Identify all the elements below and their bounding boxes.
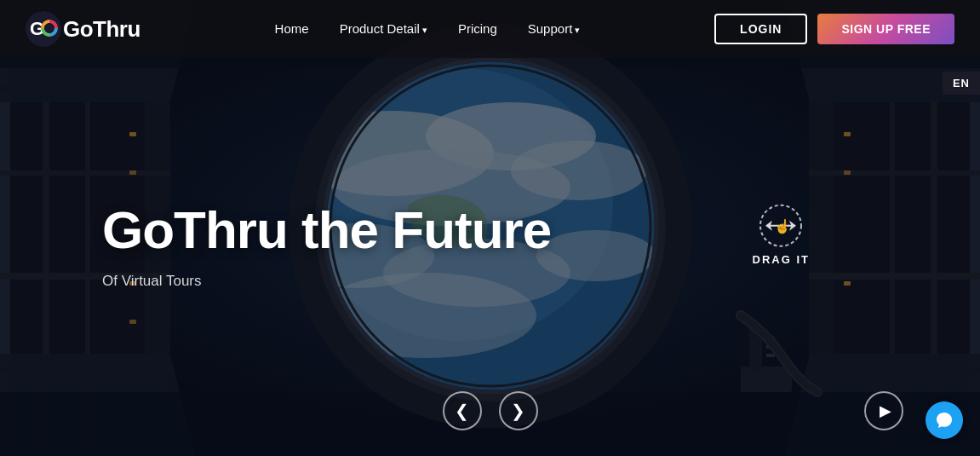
drag-label: DRAG IT	[753, 252, 810, 265]
play-button[interactable]: ▶	[864, 391, 903, 430]
nav-link-product[interactable]: Product Detail	[340, 21, 427, 36]
play-icon: ▶	[880, 401, 891, 420]
prev-arrow-button[interactable]: ❮	[443, 391, 482, 430]
nav-links: Home Product Detail Pricing Support	[275, 21, 581, 37]
hero-title: GoThru the Future	[102, 200, 551, 258]
navbar: G GoThru Home Product Detail	[0, 0, 980, 58]
logo[interactable]: G GoThru	[26, 11, 140, 47]
nav-item-support[interactable]: Support	[528, 21, 581, 37]
hero-section: G GoThru Home Product Detail	[0, 0, 980, 456]
next-arrow-icon: ❯	[511, 401, 525, 421]
signup-button[interactable]: SIGN UP FREE	[817, 14, 954, 44]
hero-content: GoThru the Future Of Virtual Tours	[102, 200, 551, 289]
nav-link-support[interactable]: Support	[528, 21, 581, 36]
drag-indicator: ☝ DRAG IT	[753, 203, 810, 265]
nav-item-product[interactable]: Product Detail	[340, 21, 427, 37]
nav-actions: LOGIN SIGN UP FREE	[714, 14, 954, 44]
nav-item-pricing[interactable]: Pricing	[458, 21, 497, 37]
logo-text: GoThru	[63, 16, 140, 43]
nav-link-pricing[interactable]: Pricing	[458, 21, 497, 36]
prev-arrow-icon: ❮	[455, 401, 469, 421]
svg-text:☝: ☝	[774, 217, 791, 234]
login-button[interactable]: LOGIN	[714, 14, 807, 44]
hero-subtitle: Of Virtual Tours	[102, 273, 551, 290]
nav-item-home[interactable]: Home	[275, 21, 309, 37]
chat-bubble-button[interactable]	[926, 401, 963, 439]
drag-hand-icon: ☝	[759, 203, 803, 247]
nav-arrows: ❮ ❯	[443, 391, 538, 430]
nav-link-home[interactable]: Home	[275, 21, 309, 36]
chat-icon	[935, 411, 954, 430]
next-arrow-button[interactable]: ❯	[499, 391, 538, 430]
language-badge[interactable]: EN	[943, 72, 980, 95]
